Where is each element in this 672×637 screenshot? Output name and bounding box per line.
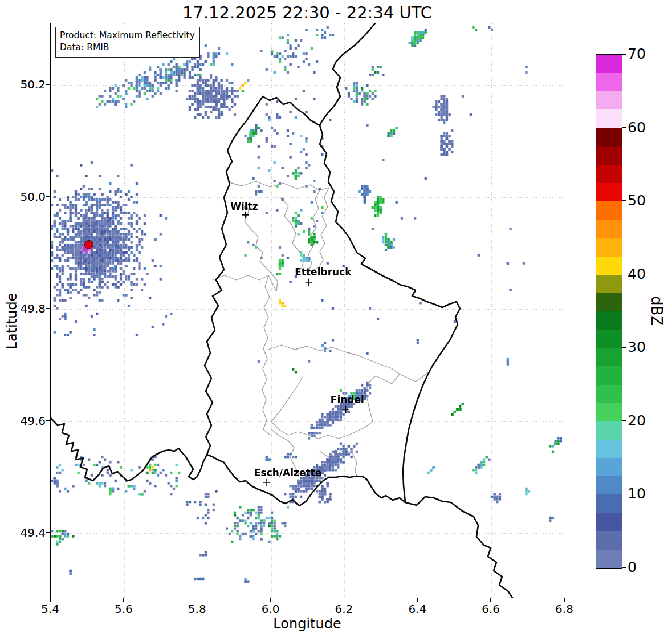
colorbar-tick-label: 30 <box>628 339 646 355</box>
colorbar-cell <box>596 164 622 183</box>
colorbar-tick-mark <box>622 567 626 567</box>
x-axis-label: Longitude <box>50 616 564 632</box>
colorbar-tick-mark <box>622 494 626 494</box>
x-tick-label: 6.8 <box>555 602 573 616</box>
radar-figure: 17.12.2025 22:30 - 22:34 UTC Product: Ma… <box>0 0 672 637</box>
colorbar-tick-label: 50 <box>628 192 646 209</box>
y-tick-mark <box>46 308 50 309</box>
city-label: Ettelbruck <box>295 266 351 278</box>
colorbar-cell <box>596 274 622 293</box>
x-tick-label: 6.2 <box>335 602 353 616</box>
colorbar-tick-mark <box>622 54 626 54</box>
x-tick-mark <box>490 598 491 602</box>
y-tick-label: 49.6 <box>0 414 46 428</box>
colorbar-cell <box>596 440 622 459</box>
colorbar-cell <box>596 55 622 74</box>
colorbar-cell <box>596 531 622 550</box>
colorbar-cell <box>596 458 622 477</box>
y-tick-label: 50.2 <box>0 78 46 91</box>
colorbar-cell <box>596 311 622 330</box>
colorbar-tick-mark <box>622 347 626 348</box>
colorbar-cell <box>596 330 622 348</box>
colorbar-cell <box>596 238 622 257</box>
colorbar-cell <box>596 476 622 495</box>
y-tick-mark <box>46 532 50 533</box>
colorbar-tick-mark <box>622 420 626 421</box>
x-tick-mark <box>417 598 418 602</box>
colorbar-cell <box>596 403 622 421</box>
x-tick-mark <box>270 598 271 602</box>
x-tick-mark <box>197 598 197 602</box>
colorbar-cell <box>596 146 622 165</box>
colorbar-cell <box>596 256 622 275</box>
colorbar-tick-label: 70 <box>628 46 646 62</box>
colorbar-cell <box>596 293 622 311</box>
figure-title: 17.12.2025 22:30 - 22:34 UTC <box>50 3 564 22</box>
annotation-product-line: Product: Maximum Reflectivity <box>60 30 195 42</box>
x-tick-label: 6.4 <box>408 602 426 616</box>
colorbar-cell <box>596 201 622 220</box>
colorbar-tick-mark <box>622 274 626 274</box>
radar-map-canvas <box>51 23 565 598</box>
colorbar-cell <box>596 73 622 92</box>
y-tick-mark <box>46 84 50 84</box>
colorbar-cell <box>596 513 622 531</box>
y-tick-mark <box>46 420 50 421</box>
colorbar-cell <box>596 348 622 367</box>
x-tick-label: 5.8 <box>188 602 206 616</box>
y-tick-label: 49.4 <box>0 526 46 539</box>
colorbar-tick-label: 10 <box>628 485 646 502</box>
x-tick-label: 6.0 <box>262 602 280 616</box>
x-tick-label: 5.4 <box>41 602 59 616</box>
colorbar-tick-label: 0 <box>628 559 637 575</box>
colorbar-tick-label: 40 <box>628 266 646 282</box>
radar-site-marker <box>84 240 93 249</box>
colorbar-cell <box>596 421 622 440</box>
map-plot-area <box>50 23 565 598</box>
colorbar-tick-label: 60 <box>628 119 646 136</box>
x-tick-label: 5.6 <box>115 602 133 616</box>
y-tick-label: 50.0 <box>0 190 46 204</box>
colorbar-cell <box>596 220 622 238</box>
colorbar-cell <box>596 128 622 147</box>
colorbar-cell <box>596 109 622 128</box>
product-annotation-box: Product: Maximum Reflectivity Data: RMIB <box>55 27 200 58</box>
colorbar-cell <box>596 549 622 568</box>
city-label: Wiltz <box>230 201 258 212</box>
colorbar-tick-mark <box>622 127 626 128</box>
y-tick-mark <box>46 196 50 197</box>
colorbar-cell <box>596 366 622 385</box>
colorbar-tick-mark <box>622 200 626 201</box>
y-tick-label: 49.8 <box>0 302 46 315</box>
annotation-data-line: Data: RMIB <box>60 42 195 54</box>
x-tick-mark <box>123 598 124 602</box>
colorbar-cell <box>596 91 622 110</box>
colorbar <box>596 54 622 569</box>
x-tick-label: 6.6 <box>482 602 500 616</box>
colorbar-cell <box>596 384 622 403</box>
x-tick-mark <box>50 598 50 602</box>
colorbar-tick-label: 20 <box>628 412 646 429</box>
colorbar-cell <box>596 183 622 202</box>
x-tick-mark <box>344 598 344 602</box>
city-label: Findel <box>331 394 364 405</box>
city-label: Esch/Alzette <box>254 467 321 478</box>
x-tick-mark <box>564 598 564 602</box>
colorbar-cell <box>596 494 622 513</box>
